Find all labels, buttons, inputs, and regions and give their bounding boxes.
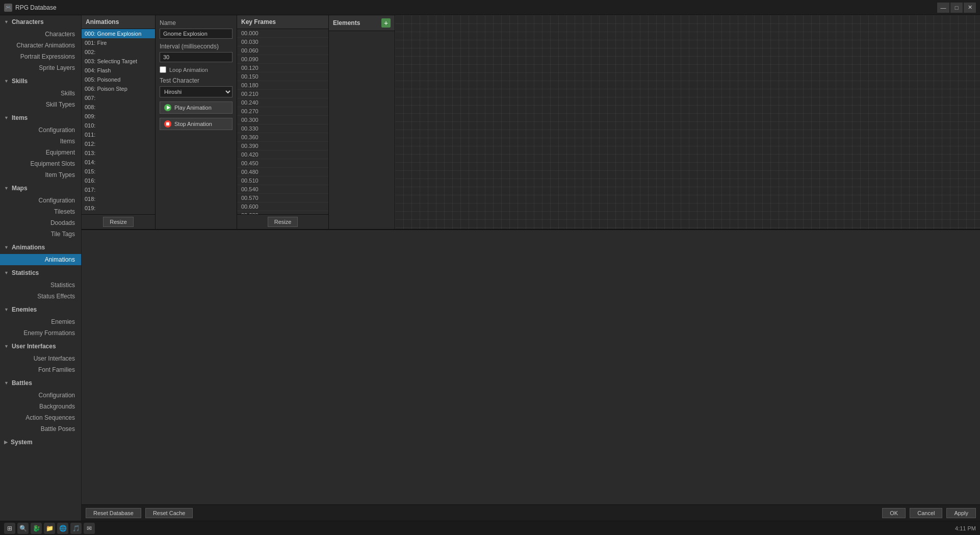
animations-list[interactable]: 000: Gnome Explosion001: Fire002:003: Se… (82, 29, 155, 214)
sidebar-item-maps-config[interactable]: Configuration (0, 195, 81, 206)
interval-input[interactable] (160, 52, 233, 62)
animation-list-item[interactable]: 001: Fire (82, 38, 155, 47)
keyframe-item[interactable]: 00.570 (237, 194, 328, 202)
name-input[interactable] (160, 29, 233, 39)
animation-list-item[interactable]: 012: (82, 139, 155, 148)
cancel-button[interactable]: Cancel (910, 508, 942, 518)
sidebar-header-system[interactable]: ▶ System (0, 436, 81, 449)
animation-list-item[interactable]: 003: Selecting Target (82, 57, 155, 66)
sidebar-header-statistics[interactable]: ▼ Statistics (0, 266, 81, 279)
taskbar-app-5[interactable]: ✉ (84, 523, 95, 534)
keyframe-item[interactable]: 00.120 (237, 64, 328, 72)
sidebar-item-item-types[interactable]: Item Types (0, 169, 81, 181)
keyframe-item[interactable]: 00.510 (237, 176, 328, 185)
ok-button[interactable]: OK (882, 508, 906, 518)
sidebar-header-maps[interactable]: ▼ Maps (0, 182, 81, 195)
sidebar-header-skills[interactable]: ▼ Skills (0, 74, 81, 88)
sidebar-item-doodads[interactable]: Doodads (0, 217, 81, 228)
taskbar-app-3[interactable]: 🌐 (57, 523, 68, 534)
animation-list-item[interactable]: 005: Poisoned (82, 75, 155, 84)
keyframes-resize-button[interactable]: Resize (268, 217, 298, 227)
loop-checkbox[interactable] (160, 66, 166, 73)
animation-list-item[interactable]: 010: (82, 121, 155, 130)
apply-button[interactable]: Apply (946, 508, 976, 518)
sidebar-item-font-families[interactable]: Font Families (0, 364, 81, 375)
keyframe-item[interactable]: 00.600 (237, 202, 328, 211)
sidebar-item-tile-tags[interactable]: Tile Tags (0, 228, 81, 240)
sidebar-header-characters[interactable]: ▼ Characters (0, 15, 81, 29)
taskbar-app-1[interactable]: 🐉 (31, 523, 42, 534)
keyframe-item[interactable]: 00.390 (237, 142, 328, 150)
animation-list-item[interactable]: 017: (82, 185, 155, 194)
close-button[interactable]: ✕ (964, 3, 976, 13)
sidebar-item-sprite-layers[interactable]: Sprite Layers (0, 62, 81, 73)
keyframe-item[interactable]: 00.540 (237, 185, 328, 194)
keyframe-item[interactable]: 00.060 (237, 46, 328, 55)
animation-list-item[interactable]: 002: (82, 47, 155, 57)
animation-list-item[interactable]: 014: (82, 158, 155, 167)
sidebar-item-enemy-formations[interactable]: Enemy Formations (0, 327, 81, 339)
keyframe-item[interactable]: 00.270 (237, 107, 328, 116)
search-taskbar-button[interactable]: 🔍 (17, 523, 29, 534)
sidebar-header-ui[interactable]: ▼ User Interfaces (0, 340, 81, 353)
sidebar-item-equipment-slots[interactable]: Equipment Slots (0, 158, 81, 169)
sidebar-item-battles-config[interactable]: Configuration (0, 390, 81, 401)
sidebar-item-battle-poses[interactable]: Battle Poses (0, 423, 81, 435)
keyframe-item[interactable]: 00.210 (237, 90, 328, 98)
stop-animation-button[interactable]: Stop Animation (160, 118, 233, 130)
sidebar-item-char-animations[interactable]: Character Animations (0, 40, 81, 51)
sidebar-item-characters[interactable]: Characters (0, 29, 81, 40)
animation-list-item[interactable]: 009: (82, 112, 155, 121)
maximize-button[interactable]: □ (950, 3, 963, 13)
sidebar-item-equipment[interactable]: Equipment (0, 147, 81, 158)
sidebar-item-portrait-expressions[interactable]: Portrait Expressions (0, 51, 81, 62)
sidebar-header-items[interactable]: ▼ Items (0, 111, 81, 124)
keyframe-item[interactable]: 00.420 (237, 150, 328, 159)
reset-cache-button[interactable]: Reset Cache (145, 508, 193, 518)
animation-list-item[interactable]: 015: (82, 167, 155, 176)
sidebar-item-animations[interactable]: Animations (0, 254, 81, 265)
animation-list-item[interactable]: 006: Poison Step (82, 84, 155, 93)
animation-list-item[interactable]: 000: Gnome Explosion (82, 29, 155, 38)
sidebar-item-status-effects[interactable]: Status Effects (0, 291, 81, 302)
sidebar-item-enemies[interactable]: Enemies (0, 316, 81, 327)
keyframe-item[interactable]: 00.480 (237, 168, 328, 176)
animations-resize-button[interactable]: Resize (103, 217, 134, 227)
taskbar-app-2[interactable]: 📁 (44, 523, 55, 534)
keyframe-item[interactable]: 00.450 (237, 159, 328, 168)
animation-list-item[interactable]: 011: (82, 130, 155, 139)
taskbar-app-4[interactable]: 🎵 (70, 523, 82, 534)
animation-list-item[interactable]: 013: (82, 148, 155, 158)
animation-list-item[interactable]: 008: (82, 103, 155, 112)
sidebar-item-tilesets[interactable]: Tilesets (0, 206, 81, 217)
sidebar-header-enemies[interactable]: ▼ Enemies (0, 303, 81, 316)
sidebar-item-items-config[interactable]: Configuration (0, 124, 81, 136)
sidebar-item-items[interactable]: Items (0, 136, 81, 147)
sidebar-item-skills[interactable]: Skills (0, 88, 81, 99)
keyframes-list[interactable]: 00.00000.03000.06000.09000.12000.15000.1… (237, 29, 328, 214)
keyframe-item[interactable]: 00.330 (237, 124, 328, 133)
reset-database-button[interactable]: Reset Database (86, 508, 141, 518)
start-button[interactable]: ⊞ (4, 523, 15, 534)
minimize-button[interactable]: — (937, 3, 949, 13)
keyframe-item[interactable]: 00.090 (237, 55, 328, 64)
sidebar-item-action-sequences[interactable]: Action Sequences (0, 412, 81, 423)
keyframe-item[interactable]: 00.360 (237, 133, 328, 142)
keyframe-item[interactable]: 00.180 (237, 81, 328, 90)
sidebar-header-battles[interactable]: ▼ Battles (0, 376, 81, 390)
add-element-button[interactable]: + (381, 18, 391, 28)
keyframe-item[interactable]: 00.000 (237, 29, 328, 38)
keyframe-item[interactable]: 00.240 (237, 98, 328, 107)
sidebar-header-animations[interactable]: ▼ Animations (0, 241, 81, 254)
animation-list-item[interactable]: 004: Flash (82, 66, 155, 75)
animation-list-item[interactable]: 016: (82, 176, 155, 185)
animation-list-item[interactable]: 018: (82, 194, 155, 203)
animation-list-item[interactable]: 007: (82, 93, 155, 103)
keyframe-item[interactable]: 00.300 (237, 116, 328, 124)
sidebar-item-skill-types[interactable]: Skill Types (0, 99, 81, 110)
play-animation-button[interactable]: Play Animation (160, 101, 233, 114)
sidebar-item-user-interfaces[interactable]: User Interfaces (0, 353, 81, 364)
sidebar-item-statistics[interactable]: Statistics (0, 279, 81, 291)
test-char-select[interactable]: Hiroshi Default (160, 86, 233, 97)
keyframe-item[interactable]: 00.150 (237, 72, 328, 81)
